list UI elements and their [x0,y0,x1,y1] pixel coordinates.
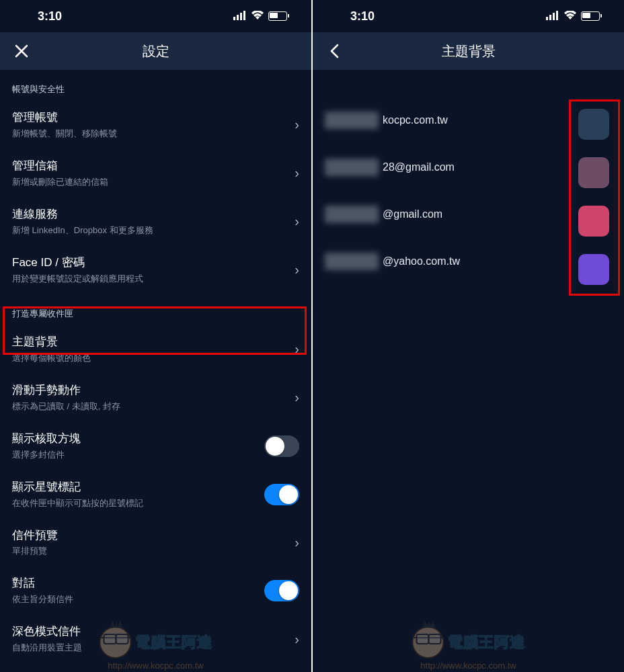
color-palette [573,102,615,292]
row-mail-preview[interactable]: 信件預覽單排預覽 › [0,519,311,567]
row-sub: 單排預覽 [12,545,286,557]
svg-rect-4 [546,17,548,20]
close-button[interactable] [12,42,31,60]
row-sub: 新增帳號、關閉、移除帳號 [12,128,286,140]
row-faceid-password[interactable]: Face ID / 密碼用於變更帳號設定或解鎖應用程式 › [0,246,311,294]
row-title: 顯示星號標記 [12,480,256,495]
chevron-right-icon: › [295,535,299,550]
row-title: Face ID / 密碼 [12,255,286,271]
chevron-right-icon: › [295,341,299,357]
toggle-conversation[interactable] [264,580,299,601]
svg-rect-3 [243,11,245,20]
row-title: 連線服務 [12,207,286,222]
status-time: 3:10 [350,9,375,24]
phone-left: 3:10 設定 帳號與安全性 管理帳號新增帳號、關閉、移除帳號 › 管理信箱新增… [0,0,311,672]
status-bar: 3:10 [313,0,624,32]
row-title: 顯示核取方塊 [12,431,256,447]
row-sub: 選擇每個帳號的顏色 [12,352,286,364]
svg-rect-0 [233,17,235,20]
color-swatch-navy[interactable] [578,109,609,140]
status-icons [546,9,600,24]
section-header-inbox: 打造專屬收件匣 [0,294,311,325]
account-email: kocpc.com.tw [383,114,448,126]
row-title: 對話 [12,576,256,591]
row-sub: 標示為已讀取 / 未讀取, 封存 [12,401,286,413]
back-button[interactable] [325,42,344,60]
watermark-text: 電腦王阿達 [135,632,212,653]
settings-content: 帳號與安全性 管理帳號新增帳號、關閉、移除帳號 › 管理信箱新增或刪除已連結的信… [0,70,311,672]
chevron-right-icon: › [295,165,299,181]
wifi-icon [251,9,264,24]
row-conversation[interactable]: 對話依主旨分類信件 [0,566,311,615]
svg-rect-2 [240,13,242,20]
battery-icon [268,11,287,21]
chevron-right-icon: › [295,390,299,405]
row-title: 管理帳號 [12,110,286,126]
blurred-text [325,206,379,223]
row-title: 滑動手勢動作 [12,383,286,398]
account-email: 28@gmail.com [383,161,455,173]
chevron-right-icon: › [295,117,299,132]
color-swatch-purple[interactable] [578,254,609,285]
nav-header-theme: 主題背景 [313,32,624,70]
svg-rect-1 [237,15,239,20]
row-connected-services[interactable]: 連線服務新增 LinkedIn、Dropbox 和更多服務 › [0,198,311,246]
row-manage-account[interactable]: 管理帳號新增帳號、關閉、移除帳號 › [0,101,311,149]
watermark-url: http://www.kocpc.com.tw [420,661,516,671]
battery-icon [581,11,600,21]
chevron-right-icon: › [295,214,299,229]
row-sub: 在收件匣中顯示可點按的星號標記 [12,497,256,509]
row-show-stars[interactable]: 顯示星號標記在收件匣中顯示可點按的星號標記 [0,470,311,519]
watermark-avatar [412,626,444,659]
row-theme-background[interactable]: 主題背景選擇每個帳號的顏色 › [0,325,311,374]
row-sub: 依主旨分類信件 [12,593,256,605]
toggle-checkboxes[interactable] [264,435,299,457]
color-swatch-mauve[interactable] [578,157,609,188]
blurred-text [325,112,379,129]
blurred-text [325,253,379,270]
watermark-avatar [99,626,131,659]
cellular-icon [546,9,559,24]
cellular-icon [233,9,247,24]
row-swipe-actions[interactable]: 滑動手勢動作標示為已讀取 / 未讀取, 封存 › [0,374,311,422]
nav-header-settings: 設定 [0,32,311,70]
row-title: 主題背景 [12,335,286,350]
phone-right: 3:10 主題背景 kocpc.com.tw 28@gmail.com @gma… [313,0,624,672]
row-title: 信件預覽 [12,528,286,544]
status-icons [233,9,287,24]
color-swatch-pink[interactable] [578,206,609,237]
wifi-icon [563,9,577,24]
row-show-checkboxes[interactable]: 顯示核取方塊選擇多封信件 [0,422,311,470]
chevron-right-icon: › [295,262,299,278]
account-email: @yahoo.com.tw [383,255,460,267]
row-sub: 選擇多封信件 [12,449,256,461]
row-sub: 新增 LinkedIn、Dropbox 和更多服務 [12,224,286,237]
svg-rect-5 [549,15,551,20]
toggle-stars[interactable] [264,484,299,505]
row-sub: 用於變更帳號設定或解鎖應用程式 [12,273,286,285]
page-title: 主題背景 [442,42,496,60]
watermark: 電腦王阿達 http://www.kocpc.com.tw [99,626,212,659]
row-manage-inbox[interactable]: 管理信箱新增或刪除已連結的信箱 › [0,149,311,198]
status-time: 3:10 [38,9,62,24]
svg-rect-7 [556,11,558,20]
svg-rect-6 [553,13,555,20]
page-title: 設定 [143,42,169,60]
watermark: 電腦王阿達 http://www.kocpc.com.tw [412,626,525,659]
watermark-url: http://www.kocpc.com.tw [108,661,203,671]
row-sub: 新增或刪除已連結的信箱 [12,176,286,188]
status-bar: 3:10 [0,0,311,32]
chevron-right-icon: › [295,632,299,647]
section-header-account: 帳號與安全性 [0,70,311,101]
row-title: 管理信箱 [12,159,286,174]
blurred-text [325,159,379,176]
account-email: @gmail.com [383,208,442,220]
watermark-text: 電腦王阿達 [448,632,525,653]
